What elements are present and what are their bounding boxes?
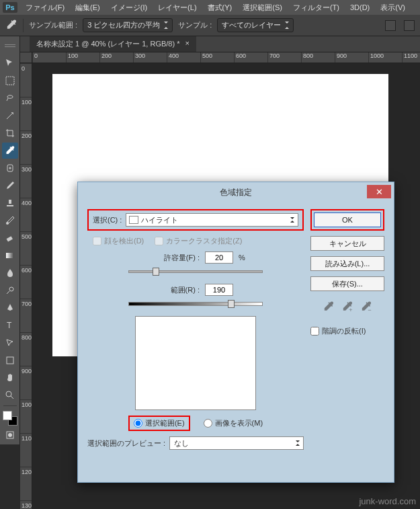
load-button[interactable]: 読み込み(L)... bbox=[310, 256, 384, 271]
menu-view[interactable]: 表示(V) bbox=[378, 1, 408, 14]
svg-point-8 bbox=[9, 287, 13, 291]
hand-tool[interactable] bbox=[2, 370, 18, 386]
opt-square-2[interactable] bbox=[404, 20, 415, 31]
move-tool[interactable] bbox=[2, 55, 18, 71]
face-detect-checkbox: 顔を検出(D) bbox=[93, 236, 144, 246]
selection-preview bbox=[135, 316, 256, 410]
handle[interactable] bbox=[2, 38, 18, 54]
menu-type[interactable]: 書式(Y) bbox=[205, 1, 235, 14]
select-swatch-icon bbox=[129, 216, 138, 224]
opt-square[interactable] bbox=[385, 20, 396, 31]
range-slider[interactable] bbox=[128, 300, 263, 309]
select-value: ハイライト bbox=[141, 215, 178, 225]
range-input[interactable] bbox=[205, 284, 233, 296]
marquee-tool[interactable] bbox=[2, 73, 18, 89]
options-bar: サンプル範囲 : 3 ピクセル四方の平均 サンプル : すべてのレイヤー bbox=[0, 15, 420, 36]
menu-layer[interactable]: レイヤー(L) bbox=[155, 1, 199, 14]
tolerance-thumb[interactable] bbox=[153, 268, 159, 276]
ruler-vertical: 0 100 200 300 400 500 600 700 800 900 10… bbox=[20, 63, 32, 509]
document-tab[interactable]: 名称未設定 1 @ 40% (レイヤー 1, RGB/8) * × bbox=[30, 36, 196, 52]
history-brush-tool[interactable] bbox=[2, 212, 18, 229]
ok-button[interactable]: OK bbox=[314, 212, 381, 227]
sample-label: サンプル : bbox=[178, 20, 212, 30]
dialog-close-button[interactable]: ✕ bbox=[367, 185, 391, 198]
ok-highlight: OK bbox=[310, 209, 384, 231]
save-button[interactable]: 保存(S)... bbox=[310, 276, 384, 291]
menu-select[interactable]: 選択範囲(S) bbox=[240, 1, 285, 14]
sample-range-label: サンプル範囲 : bbox=[29, 20, 77, 30]
svg-text:T: T bbox=[7, 321, 12, 330]
shape-tool[interactable] bbox=[2, 352, 18, 368]
dodge-tool[interactable] bbox=[2, 282, 18, 299]
ruler-horizontal: 0 100 200 300 400 500 600 700 800 900 10… bbox=[32, 52, 420, 63]
menu-filter[interactable]: フィルター(T) bbox=[290, 1, 342, 14]
toolbox: T bbox=[0, 36, 20, 444]
tolerance-slider[interactable] bbox=[128, 268, 263, 277]
color-range-dialog: 色域指定 ✕ 選択(C) : ハイライト 顔を検出(D) カラークラスタ指定(Z… bbox=[77, 182, 394, 483]
select-label: 選択(C) : bbox=[93, 215, 122, 225]
preview-mode-label: 選択範囲のプレビュー : bbox=[87, 438, 165, 448]
brush-tool[interactable] bbox=[2, 178, 18, 194]
svg-rect-7 bbox=[6, 253, 14, 258]
eyedropper-tool[interactable] bbox=[2, 143, 18, 159]
menu-edit[interactable]: 編集(E) bbox=[73, 1, 103, 14]
eyedropper-subtract-icon[interactable]: − bbox=[360, 301, 372, 314]
divider bbox=[23, 19, 24, 32]
menu-image[interactable]: イメージ(I) bbox=[108, 1, 150, 14]
ruler-corner bbox=[20, 52, 32, 63]
ps-logo: Ps bbox=[3, 2, 17, 13]
wand-tool[interactable] bbox=[2, 108, 18, 124]
eyedropper-add-icon[interactable]: + bbox=[341, 301, 353, 314]
svg-rect-2 bbox=[6, 77, 14, 85]
svg-rect-0 bbox=[5, 44, 15, 45]
eyedropper-group: + − bbox=[310, 301, 384, 314]
heal-tool[interactable] bbox=[2, 160, 18, 176]
svg-point-13 bbox=[8, 433, 12, 437]
eyedropper-sample-icon[interactable] bbox=[323, 301, 335, 314]
select-dropdown[interactable]: ハイライト bbox=[126, 213, 298, 227]
dialog-titlebar[interactable]: 色域指定 ✕ bbox=[78, 182, 394, 202]
sample-range-dropdown[interactable]: 3 ピクセル四方の平均 bbox=[83, 18, 173, 32]
sample-dropdown[interactable]: すべてのレイヤー bbox=[217, 18, 294, 32]
crop-tool[interactable] bbox=[2, 125, 18, 141]
radio-image[interactable]: 画像を表示(M) bbox=[204, 416, 263, 431]
cancel-button[interactable]: キャンセル bbox=[310, 236, 384, 251]
path-tool[interactable] bbox=[2, 335, 18, 351]
eraser-tool[interactable] bbox=[2, 230, 18, 246]
tolerance-label: 許容量(F) : bbox=[139, 253, 200, 263]
document-tab-bar: 名称未設定 1 @ 40% (レイヤー 1, RGB/8) * × bbox=[0, 36, 420, 52]
preview-mode-dropdown[interactable]: なし bbox=[169, 436, 304, 450]
type-tool[interactable]: T bbox=[2, 317, 18, 334]
quickmask-tool[interactable] bbox=[2, 427, 18, 443]
tolerance-input[interactable] bbox=[205, 251, 233, 264]
svg-text:−: − bbox=[368, 307, 371, 313]
stamp-tool[interactable] bbox=[2, 195, 18, 211]
svg-point-3 bbox=[12, 112, 13, 114]
cluster-checkbox: カラークラスタ指定(Z) bbox=[155, 236, 242, 246]
svg-text:+: + bbox=[349, 307, 352, 313]
gradient-tool[interactable] bbox=[2, 247, 18, 264]
svg-point-5 bbox=[6, 222, 9, 225]
svg-rect-6 bbox=[6, 236, 12, 241]
menu-file[interactable]: ファイル(F) bbox=[23, 1, 67, 14]
svg-rect-1 bbox=[5, 46, 15, 47]
watermark: junk-word.com bbox=[359, 496, 416, 506]
document-title: 名称未設定 1 @ 40% (レイヤー 1, RGB/8) * bbox=[36, 39, 180, 49]
eyedropper-icon bbox=[5, 19, 17, 32]
invert-checkbox[interactable]: 階調の反転(I) bbox=[310, 326, 384, 336]
fg-color[interactable] bbox=[3, 411, 12, 420]
svg-point-11 bbox=[6, 391, 11, 397]
zoom-tool[interactable] bbox=[2, 387, 18, 403]
range-label: 範囲(R) : bbox=[139, 285, 200, 295]
lasso-tool[interactable] bbox=[2, 90, 18, 106]
blur-tool[interactable] bbox=[2, 265, 18, 281]
radio-selection-highlight[interactable]: 選択範囲(E) bbox=[128, 416, 190, 431]
color-swatch[interactable] bbox=[3, 411, 17, 426]
radio-selection[interactable] bbox=[134, 419, 142, 428]
svg-rect-10 bbox=[7, 357, 13, 364]
menu-3d[interactable]: 3D(D) bbox=[347, 2, 372, 13]
pen-tool[interactable] bbox=[2, 300, 18, 316]
range-thumb[interactable] bbox=[228, 300, 235, 308]
select-row-highlight: 選択(C) : ハイライト bbox=[87, 209, 304, 231]
close-tab-icon[interactable]: × bbox=[185, 39, 190, 49]
